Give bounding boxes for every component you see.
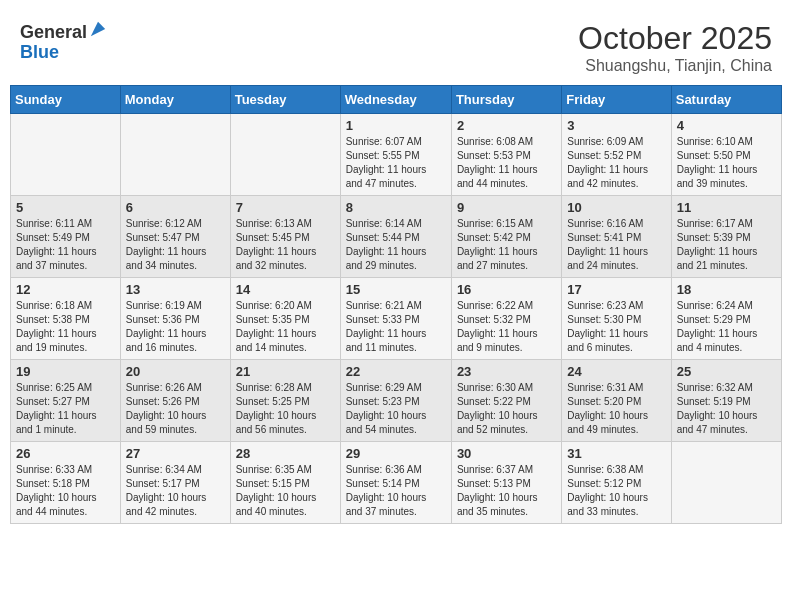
day-info: Sunrise: 6:08 AM Sunset: 5:53 PM Dayligh…: [457, 135, 556, 191]
day-info: Sunrise: 6:16 AM Sunset: 5:41 PM Dayligh…: [567, 217, 665, 273]
calendar-cell: 29Sunrise: 6:36 AM Sunset: 5:14 PM Dayli…: [340, 442, 451, 524]
calendar-week-row: 1Sunrise: 6:07 AM Sunset: 5:55 PM Daylig…: [11, 114, 782, 196]
logo-icon: [89, 20, 107, 38]
day-number: 23: [457, 364, 556, 379]
calendar-cell: 1Sunrise: 6:07 AM Sunset: 5:55 PM Daylig…: [340, 114, 451, 196]
day-number: 3: [567, 118, 665, 133]
day-number: 5: [16, 200, 115, 215]
calendar-cell: 16Sunrise: 6:22 AM Sunset: 5:32 PM Dayli…: [451, 278, 561, 360]
weekday-header-row: SundayMondayTuesdayWednesdayThursdayFrid…: [11, 86, 782, 114]
calendar-cell: 8Sunrise: 6:14 AM Sunset: 5:44 PM Daylig…: [340, 196, 451, 278]
day-info: Sunrise: 6:21 AM Sunset: 5:33 PM Dayligh…: [346, 299, 446, 355]
day-info: Sunrise: 6:29 AM Sunset: 5:23 PM Dayligh…: [346, 381, 446, 437]
day-number: 9: [457, 200, 556, 215]
weekday-header-tuesday: Tuesday: [230, 86, 340, 114]
location-title: Shuangshu, Tianjin, China: [578, 57, 772, 75]
day-number: 30: [457, 446, 556, 461]
day-number: 12: [16, 282, 115, 297]
day-number: 4: [677, 118, 776, 133]
calendar-cell: 26Sunrise: 6:33 AM Sunset: 5:18 PM Dayli…: [11, 442, 121, 524]
calendar-cell: 12Sunrise: 6:18 AM Sunset: 5:38 PM Dayli…: [11, 278, 121, 360]
calendar-cell: 10Sunrise: 6:16 AM Sunset: 5:41 PM Dayli…: [562, 196, 671, 278]
day-info: Sunrise: 6:30 AM Sunset: 5:22 PM Dayligh…: [457, 381, 556, 437]
calendar-week-row: 19Sunrise: 6:25 AM Sunset: 5:27 PM Dayli…: [11, 360, 782, 442]
day-info: Sunrise: 6:12 AM Sunset: 5:47 PM Dayligh…: [126, 217, 225, 273]
calendar-cell: 13Sunrise: 6:19 AM Sunset: 5:36 PM Dayli…: [120, 278, 230, 360]
day-number: 6: [126, 200, 225, 215]
calendar-week-row: 26Sunrise: 6:33 AM Sunset: 5:18 PM Dayli…: [11, 442, 782, 524]
day-info: Sunrise: 6:36 AM Sunset: 5:14 PM Dayligh…: [346, 463, 446, 519]
weekday-header-sunday: Sunday: [11, 86, 121, 114]
day-number: 27: [126, 446, 225, 461]
day-info: Sunrise: 6:18 AM Sunset: 5:38 PM Dayligh…: [16, 299, 115, 355]
day-number: 17: [567, 282, 665, 297]
day-number: 25: [677, 364, 776, 379]
day-info: Sunrise: 6:37 AM Sunset: 5:13 PM Dayligh…: [457, 463, 556, 519]
calendar-cell: 18Sunrise: 6:24 AM Sunset: 5:29 PM Dayli…: [671, 278, 781, 360]
day-number: 16: [457, 282, 556, 297]
calendar-cell: [230, 114, 340, 196]
calendar-cell: 22Sunrise: 6:29 AM Sunset: 5:23 PM Dayli…: [340, 360, 451, 442]
weekday-header-monday: Monday: [120, 86, 230, 114]
day-info: Sunrise: 6:19 AM Sunset: 5:36 PM Dayligh…: [126, 299, 225, 355]
day-number: 20: [126, 364, 225, 379]
day-number: 29: [346, 446, 446, 461]
day-number: 1: [346, 118, 446, 133]
calendar-cell: 23Sunrise: 6:30 AM Sunset: 5:22 PM Dayli…: [451, 360, 561, 442]
day-number: 21: [236, 364, 335, 379]
title-section: October 2025 Shuangshu, Tianjin, China: [578, 20, 772, 75]
day-info: Sunrise: 6:38 AM Sunset: 5:12 PM Dayligh…: [567, 463, 665, 519]
calendar-cell: 17Sunrise: 6:23 AM Sunset: 5:30 PM Dayli…: [562, 278, 671, 360]
calendar-cell: 21Sunrise: 6:28 AM Sunset: 5:25 PM Dayli…: [230, 360, 340, 442]
calendar-cell: 27Sunrise: 6:34 AM Sunset: 5:17 PM Dayli…: [120, 442, 230, 524]
day-info: Sunrise: 6:22 AM Sunset: 5:32 PM Dayligh…: [457, 299, 556, 355]
calendar-cell: [11, 114, 121, 196]
calendar-cell: 20Sunrise: 6:26 AM Sunset: 5:26 PM Dayli…: [120, 360, 230, 442]
calendar-cell: 14Sunrise: 6:20 AM Sunset: 5:35 PM Dayli…: [230, 278, 340, 360]
calendar-cell: [671, 442, 781, 524]
day-info: Sunrise: 6:20 AM Sunset: 5:35 PM Dayligh…: [236, 299, 335, 355]
day-number: 8: [346, 200, 446, 215]
logo-general-text: General: [20, 22, 87, 42]
day-number: 28: [236, 446, 335, 461]
day-info: Sunrise: 6:15 AM Sunset: 5:42 PM Dayligh…: [457, 217, 556, 273]
calendar-cell: 19Sunrise: 6:25 AM Sunset: 5:27 PM Dayli…: [11, 360, 121, 442]
month-title: October 2025: [578, 20, 772, 57]
logo: General Blue: [20, 20, 107, 63]
page-header: General Blue October 2025 Shuangshu, Tia…: [10, 10, 782, 80]
calendar-cell: 25Sunrise: 6:32 AM Sunset: 5:19 PM Dayli…: [671, 360, 781, 442]
day-number: 2: [457, 118, 556, 133]
day-number: 24: [567, 364, 665, 379]
day-number: 19: [16, 364, 115, 379]
weekday-header-wednesday: Wednesday: [340, 86, 451, 114]
day-info: Sunrise: 6:24 AM Sunset: 5:29 PM Dayligh…: [677, 299, 776, 355]
calendar-cell: 24Sunrise: 6:31 AM Sunset: 5:20 PM Dayli…: [562, 360, 671, 442]
weekday-header-saturday: Saturday: [671, 86, 781, 114]
day-info: Sunrise: 6:07 AM Sunset: 5:55 PM Dayligh…: [346, 135, 446, 191]
calendar-week-row: 12Sunrise: 6:18 AM Sunset: 5:38 PM Dayli…: [11, 278, 782, 360]
calendar-cell: 4Sunrise: 6:10 AM Sunset: 5:50 PM Daylig…: [671, 114, 781, 196]
calendar-cell: 9Sunrise: 6:15 AM Sunset: 5:42 PM Daylig…: [451, 196, 561, 278]
day-number: 11: [677, 200, 776, 215]
svg-marker-0: [91, 22, 105, 36]
calendar-cell: 7Sunrise: 6:13 AM Sunset: 5:45 PM Daylig…: [230, 196, 340, 278]
calendar-cell: 5Sunrise: 6:11 AM Sunset: 5:49 PM Daylig…: [11, 196, 121, 278]
day-number: 10: [567, 200, 665, 215]
calendar-cell: 30Sunrise: 6:37 AM Sunset: 5:13 PM Dayli…: [451, 442, 561, 524]
calendar-week-row: 5Sunrise: 6:11 AM Sunset: 5:49 PM Daylig…: [11, 196, 782, 278]
calendar-cell: 31Sunrise: 6:38 AM Sunset: 5:12 PM Dayli…: [562, 442, 671, 524]
day-info: Sunrise: 6:32 AM Sunset: 5:19 PM Dayligh…: [677, 381, 776, 437]
calendar-cell: 3Sunrise: 6:09 AM Sunset: 5:52 PM Daylig…: [562, 114, 671, 196]
day-number: 26: [16, 446, 115, 461]
day-info: Sunrise: 6:28 AM Sunset: 5:25 PM Dayligh…: [236, 381, 335, 437]
day-info: Sunrise: 6:35 AM Sunset: 5:15 PM Dayligh…: [236, 463, 335, 519]
day-info: Sunrise: 6:13 AM Sunset: 5:45 PM Dayligh…: [236, 217, 335, 273]
day-info: Sunrise: 6:26 AM Sunset: 5:26 PM Dayligh…: [126, 381, 225, 437]
day-info: Sunrise: 6:31 AM Sunset: 5:20 PM Dayligh…: [567, 381, 665, 437]
day-info: Sunrise: 6:17 AM Sunset: 5:39 PM Dayligh…: [677, 217, 776, 273]
day-info: Sunrise: 6:33 AM Sunset: 5:18 PM Dayligh…: [16, 463, 115, 519]
day-info: Sunrise: 6:34 AM Sunset: 5:17 PM Dayligh…: [126, 463, 225, 519]
day-info: Sunrise: 6:09 AM Sunset: 5:52 PM Dayligh…: [567, 135, 665, 191]
day-number: 22: [346, 364, 446, 379]
day-info: Sunrise: 6:14 AM Sunset: 5:44 PM Dayligh…: [346, 217, 446, 273]
